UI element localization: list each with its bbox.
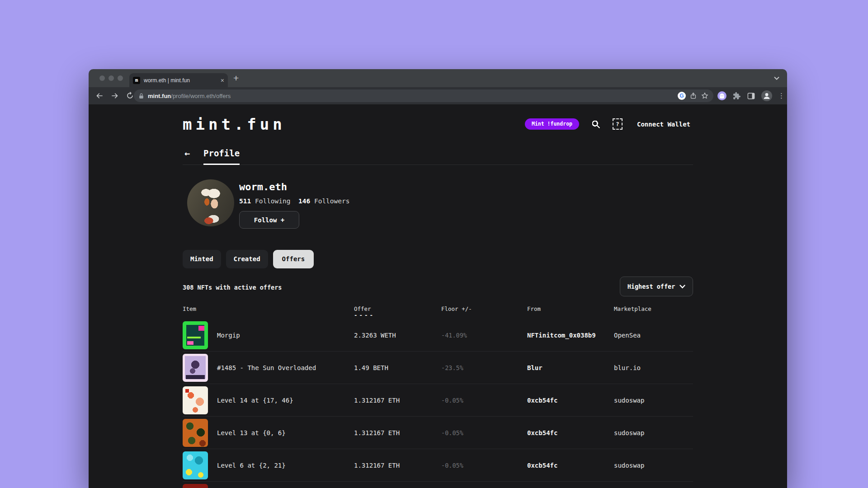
- tab-search-chevron-icon[interactable]: [774, 75, 780, 81]
- follow-button[interactable]: Follow +: [239, 211, 299, 229]
- nft-thumbnail: [183, 321, 208, 349]
- nft-thumbnail: [183, 386, 208, 414]
- browser-tab[interactable]: m worm.eth | mint.fun ×: [129, 73, 228, 87]
- help-icon[interactable]: ?: [613, 118, 623, 130]
- profile-avatar-icon[interactable]: [761, 90, 772, 101]
- column-offer[interactable]: Offer: [354, 305, 371, 312]
- window-controls[interactable]: [99, 75, 123, 81]
- floor-delta: -23.5%: [441, 364, 463, 371]
- offer-row[interactable]: Level 6 at {2, 21}1.312167 ETH-0.05%0xcb…: [183, 449, 693, 482]
- column-item[interactable]: Item: [183, 305, 196, 312]
- back-icon[interactable]: [95, 91, 104, 100]
- marketplace: sudoswap: [614, 462, 644, 469]
- minimize-window-button[interactable]: [108, 75, 114, 81]
- profile-avatar: [187, 179, 234, 226]
- url-domain: mint.fun: [148, 93, 171, 99]
- mint-fundrop-button[interactable]: Mint !fundrop: [525, 118, 579, 130]
- nft-thumbnail: [183, 354, 208, 382]
- followers-count[interactable]: 146: [298, 197, 310, 205]
- floor-delta: -0.05%: [441, 462, 463, 469]
- profile-stats: 511 Following 146 Followers: [239, 197, 350, 205]
- google-g-icon[interactable]: G: [678, 92, 686, 100]
- tab-title: worm.eth | mint.fun: [144, 77, 217, 84]
- marketplace: OpenSea: [614, 332, 641, 339]
- floor-delta: -0.05%: [441, 429, 463, 436]
- lock-icon: [138, 93, 144, 99]
- offer-row[interactable]: #1485 - The Sun Overloaded1.49 BETH-23.5…: [183, 352, 693, 384]
- offer-row[interactable]: Level 13 at {0, 6}1.312167 ETH-0.05%0xcb…: [183, 417, 693, 449]
- zoom-window-button[interactable]: [118, 75, 123, 81]
- close-tab-icon[interactable]: ×: [221, 77, 224, 84]
- close-window-button[interactable]: [99, 75, 105, 81]
- mintfun-logo[interactable]: mint.fun: [183, 115, 286, 133]
- toolbar-extensions: ⋮: [717, 87, 783, 104]
- search-icon[interactable]: [591, 119, 601, 129]
- new-tab-button[interactable]: +: [233, 73, 239, 84]
- offer-from: 0xcb54fc: [527, 429, 557, 436]
- sort-label: Highest offer: [627, 283, 675, 290]
- url-bar[interactable]: mint.fun/profile/worm.eth/offers G: [134, 89, 713, 102]
- connect-wallet-button[interactable]: Connect Wallet: [634, 120, 693, 128]
- page-title: Profile: [203, 148, 240, 158]
- nft-name: Level 14 at {17, 46}: [217, 397, 293, 404]
- url-text: mint.fun/profile/worm.eth/offers: [148, 93, 674, 99]
- mintfun-page: mint.fun Mint !fundrop ? Connect Wallet …: [89, 104, 787, 488]
- kebab-menu-icon[interactable]: ⋮: [778, 94, 783, 98]
- header-divider: [183, 164, 693, 165]
- browser-window: m worm.eth | mint.fun × + mint.fun/profi…: [89, 69, 787, 488]
- chevron-down-icon: [679, 285, 685, 289]
- browser-toolbar: mint.fun/profile/worm.eth/offers G ⋮: [89, 87, 787, 104]
- offer-from: 0xcb54fc: [527, 462, 557, 469]
- offers-table-body: Morgip2.3263 WETH-41.09%NFTinitcom_0x038…: [183, 319, 693, 488]
- title-underline: [203, 164, 240, 165]
- nft-thumbnail: [183, 451, 208, 479]
- forward-icon[interactable]: [110, 91, 119, 100]
- following-label[interactable]: Following: [255, 197, 291, 205]
- offer-value: 1.312167 ETH: [354, 462, 400, 469]
- following-count[interactable]: 511: [239, 197, 251, 205]
- reload-icon[interactable]: [126, 91, 135, 100]
- nft-name: #1485 - The Sun Overloaded: [217, 364, 316, 371]
- offers-summary: 308 NFTs with active offers: [183, 284, 282, 291]
- tab-created[interactable]: Created: [226, 250, 268, 268]
- offer-value: 1.49 BETH: [354, 364, 388, 371]
- tab-minted[interactable]: Minted: [183, 250, 221, 268]
- nft-thumbnail: [183, 419, 208, 447]
- marketplace: sudoswap: [614, 429, 644, 436]
- url-path: /profile/worm.eth/offers: [171, 93, 231, 99]
- marketplace: blur.io: [614, 364, 641, 371]
- column-floor[interactable]: Floor +/-: [441, 305, 472, 312]
- floor-delta: -41.09%: [441, 332, 467, 339]
- tab-offers[interactable]: Offers: [273, 250, 314, 268]
- phantom-extension-icon[interactable]: [717, 91, 726, 100]
- bookmark-star-icon[interactable]: [701, 92, 709, 100]
- offer-from: 0xcb54fc: [527, 397, 557, 404]
- nft-name: Level 13 at {0, 6}: [217, 429, 286, 436]
- nft-name: Level 6 at {2, 21}: [217, 462, 286, 469]
- side-panel-icon[interactable]: [747, 92, 755, 100]
- share-icon[interactable]: [689, 92, 697, 100]
- nft-name: Morgip: [217, 332, 240, 339]
- site-favicon: m: [133, 77, 140, 84]
- back-arrow-icon[interactable]: ←: [184, 148, 190, 159]
- sort-indicator: ----: [354, 312, 375, 319]
- followers-label[interactable]: Followers: [314, 197, 350, 205]
- extensions-puzzle-icon[interactable]: [732, 92, 741, 100]
- profile-name: worm.eth: [239, 181, 287, 192]
- offer-row[interactable]: Level 14 at {17, 46}1.312167 ETH-0.05%0x…: [183, 384, 693, 417]
- table-header: Item Offer Floor +/- From Marketplace --…: [183, 305, 693, 319]
- floor-delta: -0.05%: [441, 397, 463, 404]
- column-from[interactable]: From: [527, 305, 541, 312]
- sort-dropdown[interactable]: Highest offer: [620, 277, 693, 296]
- column-marketplace[interactable]: Marketplace: [614, 305, 651, 312]
- offer-row-partial[interactable]: [183, 482, 693, 488]
- marketplace: sudoswap: [614, 397, 644, 404]
- nft-thumbnail: [183, 484, 208, 488]
- offer-row[interactable]: Morgip2.3263 WETH-41.09%NFTinitcom_0x038…: [183, 319, 693, 352]
- offer-value: 2.3263 WETH: [354, 332, 396, 339]
- profile-tabs: Minted Created Offers: [183, 250, 314, 268]
- offer-from: NFTinitcom_0x038b9: [527, 332, 596, 339]
- offer-value: 1.312167 ETH: [354, 429, 400, 436]
- tab-strip: m worm.eth | mint.fun × +: [89, 69, 787, 87]
- offer-value: 1.312167 ETH: [354, 397, 400, 404]
